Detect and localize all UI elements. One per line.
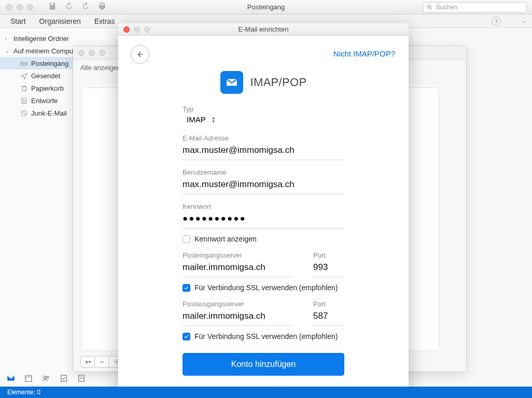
print-icon[interactable] (97, 2, 107, 13)
tasks-tab[interactable] (59, 374, 68, 385)
toolbar-icons (33, 2, 107, 13)
svg-rect-10 (61, 375, 67, 381)
search-input[interactable]: Suchen (423, 2, 527, 12)
username-label: Benutzername (183, 168, 344, 176)
list-controls: +▾ − (80, 356, 124, 367)
redo-icon[interactable] (81, 2, 90, 13)
checkbox-unchecked-icon[interactable] (183, 235, 190, 243)
stepper-icon: ▲▼ (210, 116, 217, 123)
incoming-ssl-row[interactable]: Für Verbindung SSL verwenden (empfohlen) (183, 283, 344, 292)
outgoing-port-field[interactable]: 587 (313, 311, 328, 321)
email-label: E-Mail-Adresse (183, 134, 344, 142)
chevron-right-icon: › (5, 36, 10, 41)
window-controls[interactable] (0, 4, 33, 10)
zoom-icon[interactable] (99, 50, 105, 56)
type-label: Typ (183, 105, 344, 113)
titlebar: Posteingang Suchen (0, 0, 532, 15)
svg-line-4 (22, 111, 26, 115)
email-setup-dialog: E-Mail einrichten Nicht IMAP/POP? IMAP/P… (118, 23, 409, 396)
window-title: Posteingang (247, 3, 285, 11)
svg-rect-11 (79, 375, 85, 381)
status-bar: Elemente: 0 (0, 387, 532, 398)
incoming-ssl-label: Für Verbindung SSL verwenden (empfohlen) (194, 283, 338, 292)
checkbox-checked-icon[interactable] (183, 284, 190, 292)
save-icon[interactable] (48, 2, 57, 13)
incoming-port-field[interactable]: 993 (313, 262, 328, 272)
tree-label: Papierkorb (31, 84, 64, 92)
search-icon (427, 4, 433, 10)
outgoing-server-label: Postausgangsserver (183, 300, 292, 308)
port-label: Port (313, 251, 344, 259)
incoming-server-field[interactable]: mailer.immomigsa.ch (183, 262, 265, 272)
email-field[interactable]: max.muster@immomigsa.ch (183, 145, 295, 155)
svg-line-2 (431, 8, 432, 10)
show-password-label: Kennwort anzeigen (194, 235, 257, 243)
drafts-icon (20, 96, 28, 105)
checkbox-checked-icon[interactable] (183, 333, 190, 340)
tree-label: Posteingang (31, 60, 68, 67)
provider-name: IMAP/POP (250, 76, 307, 89)
zoom-icon (144, 26, 150, 33)
incoming-server-label: Posteingangsserver (183, 251, 292, 259)
junk-icon (20, 109, 28, 117)
svg-point-8 (44, 376, 47, 379)
type-select[interactable]: IMAP ▲▼ (183, 113, 344, 126)
password-label: Kennwort (183, 203, 344, 210)
svg-rect-6 (25, 376, 32, 381)
show-password-row[interactable]: Kennwort anzeigen (183, 235, 344, 243)
mail-tab[interactable] (6, 374, 16, 385)
notes-tab[interactable] (77, 374, 86, 385)
setup-form: Typ IMAP ▲▼ E-Mail-Adresse max.muster@im… (183, 105, 344, 396)
tree-label: Gesendet (31, 72, 60, 80)
minimize-icon (134, 26, 140, 33)
add-button[interactable]: +▾ (80, 356, 95, 367)
provider-brand: IMAP/POP (133, 71, 394, 94)
sent-icon (20, 72, 28, 80)
outgoing-ssl-row[interactable]: Für Verbindung SSL verwenden (empfohlen) (183, 332, 344, 340)
svg-point-5 (116, 361, 117, 363)
chevron-down-icon: ⌄ (5, 48, 10, 54)
tree-label: Intelligente Ordner (13, 35, 69, 42)
tree-label: Auf meinem Computer (13, 47, 81, 55)
close-icon[interactable] (6, 4, 12, 10)
inbox-icon (20, 59, 28, 67)
close-icon[interactable] (123, 26, 130, 33)
people-tab[interactable] (41, 374, 51, 385)
password-field[interactable]: ●●●●●●●●●● (183, 214, 246, 224)
app-window: Posteingang Suchen Start Organisieren Ex… (0, 0, 532, 398)
close-icon[interactable] (78, 50, 85, 56)
tree-label: Entwürfe (31, 97, 58, 105)
tab-start[interactable]: Start (10, 17, 26, 25)
svg-point-1 (428, 5, 431, 8)
remove-button[interactable]: − (95, 356, 109, 367)
dialog-titlebar: E-Mail einrichten (118, 23, 409, 36)
tree-smart-folders[interactable]: › Intelligente Ordner (0, 32, 120, 45)
arrow-left-icon (135, 50, 145, 59)
zoom-icon[interactable] (27, 4, 33, 10)
minimize-icon[interactable] (89, 50, 95, 56)
username-field[interactable]: max.muster@immomigsa.ch (183, 179, 295, 190)
help-icon[interactable]: ? (492, 17, 501, 26)
tree-label: Junk-E-Mail (31, 109, 67, 117)
back-button[interactable] (131, 45, 149, 64)
svg-point-9 (47, 377, 49, 379)
status-text: Elemente: 0 (7, 389, 40, 396)
nav-tabs (6, 374, 86, 385)
dialog-title: E-Mail einrichten (239, 25, 289, 33)
svg-rect-0 (51, 3, 53, 5)
type-value: IMAP (187, 115, 206, 124)
port-label-2: Port (313, 300, 344, 308)
outgoing-server-field[interactable]: mailer.immomigsa.ch (183, 311, 265, 321)
trash-icon (20, 84, 28, 92)
tab-extras[interactable]: Extras (94, 17, 115, 25)
search-placeholder: Suchen (436, 4, 457, 11)
calendar-tab[interactable] (24, 374, 33, 385)
add-account-button[interactable]: Konto hinzufügen (183, 353, 344, 376)
collapse-ribbon-icon[interactable]: ⌄ (522, 18, 526, 24)
mail-icon (220, 71, 243, 94)
not-imap-link[interactable]: Nicht IMAP/POP? (333, 49, 395, 58)
minimize-icon[interactable] (17, 4, 23, 10)
outgoing-ssl-label: Für Verbindung SSL verwenden (empfohlen) (194, 332, 338, 340)
undo-icon[interactable] (64, 2, 74, 13)
tab-organize[interactable]: Organisieren (39, 17, 81, 25)
